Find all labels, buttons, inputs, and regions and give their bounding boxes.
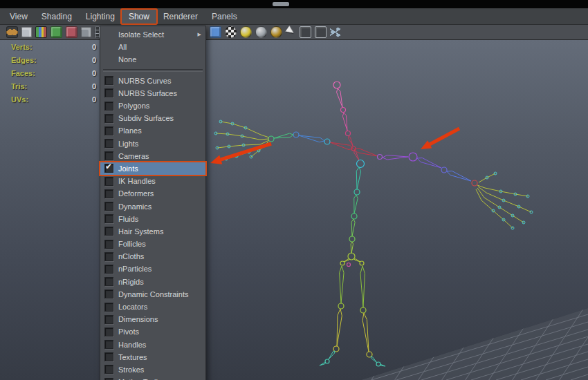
menu-item-nrigids[interactable]: ✔ nRigids ▶ [100,276,205,288]
menu-lighting[interactable]: Lighting [79,10,122,23]
checkbox: ✔ [104,126,113,135]
hud-stat-label: UVs: [11,95,28,108]
checkbox: ✔ [104,277,113,286]
heads-up-display: Verts: 0 Edges: 0 Faces: 0 Tris: 0 [11,43,96,108]
textured-mode-icon[interactable] [270,26,282,38]
bookmarks-icon[interactable] [6,26,18,38]
hud-stat-value: 0 [92,69,96,82]
checkbox: ✔ [104,202,113,211]
image-plane-icon[interactable] [21,27,32,37]
checkbox: ✔ [104,214,113,223]
hud-stat-label: Verts: [11,43,33,56]
item-tris: Tris: 0 [11,82,96,95]
wireframe-on-shaded-icon[interactable] [210,26,221,38]
menu-item-nurbs-surfaces[interactable]: ✔ NURBS Surfaces ▶ [100,87,205,99]
checkbox: ✔ [104,227,113,236]
maya-window: View Shading Lighting Show Renderer Pane… [0,0,588,380]
menu-item-all[interactable]: ✔ All ▶ [100,41,205,53]
object-mode-icon[interactable] [300,26,311,38]
film-gate-icon[interactable] [81,27,91,37]
menu-item-nurbs-curves[interactable]: ✔ NURBS Curves ▶ [100,75,205,87]
menu-show[interactable]: Show [122,10,156,23]
menu-item-planes[interactable]: ✔ Planes ▶ [100,124,205,137]
pane-divider-handle[interactable] [273,2,289,6]
checkbox: ✔ [104,177,113,186]
toolbar-right-group [208,25,342,39]
default-material-icon[interactable] [225,26,237,38]
checkbox: ✔ [104,340,113,349]
menu-item-ncloths[interactable]: ✔ nCloths ▶ [100,250,205,263]
panel-menubar: View Shading Lighting Show Renderer Pane… [0,8,588,25]
menu-item-isolate-select[interactable]: ✔ Isolate Select ▶ [100,28,205,41]
checkbox: ✔ [104,164,113,173]
smooth-shade-icon[interactable] [240,26,252,38]
menu-view[interactable]: View [3,10,35,23]
checkbox: ✔ [104,240,113,249]
component-mode-icon[interactable] [315,26,327,38]
checkbox: ✔ [104,303,113,312]
menu-item-dynamic-constraints[interactable]: ✔ Dynamic Constraints ▶ [100,288,205,301]
menu-item-pivots[interactable]: ✔ Pivots ▶ [100,325,205,338]
menu-item-strokes[interactable]: ✔ Strokes ▶ [100,363,205,376]
checkbox: ✔ [104,252,113,261]
checkbox: ✔ [104,289,113,298]
hud-stat-value: 0 [92,43,96,56]
menu-item-textures[interactable]: ✔ Textures ▶ [100,351,205,363]
checkbox: ✔ [104,139,113,148]
menu-item-polygons[interactable]: ✔ Polygons ▶ [100,99,205,112]
menu-item-follicles[interactable]: ✔ Follicles ▶ [100,238,205,250]
hud-stat-label: Faces: [11,69,35,82]
checkbox: ✔ [104,88,113,97]
menu-item-deformers[interactable]: ✔ Deformers ▶ [100,187,205,200]
toolbar-left-group [4,25,108,39]
arrow-to-shoulder-joint [421,129,459,149]
hud-stat-label: Tris: [11,82,27,95]
share-nodes-icon[interactable] [330,27,340,37]
checkbox: ✔ [104,365,113,374]
show-dropdown-menu: ✔ Isolate Select ▶ ✔ All ▶ ✔ None ▶ ✔ ▶ [100,26,206,380]
menu-renderer[interactable]: Renderer [156,10,205,23]
annotation-arrows [210,129,459,164]
select-tool-icon[interactable] [286,27,296,37]
checkbox: ✔ [104,352,113,361]
flat-shade-icon[interactable] [255,26,267,38]
checkbox: ✔ [104,76,113,85]
item-faces: Faces: 0 [11,69,96,82]
window-titlebar [0,0,588,8]
skeleton-joints [214,82,533,366]
menu-item-hair-systems[interactable]: ✔ Hair Systems ▶ [100,225,205,238]
menu-item-locators[interactable]: ✔ Locators ▶ [100,301,205,313]
checkbox: ✔ [104,102,113,111]
menu-item-dynamics[interactable]: ✔ Dynamics ▶ [100,200,205,212]
ground-grid-plane [361,304,588,380]
checkbox: ✔ [104,378,113,380]
menu-item-subdiv-surfaces[interactable]: ✔ Subdiv Surfaces ▶ [100,112,205,124]
item-uvs: UVs: 0 [11,95,96,108]
menu-shading[interactable]: Shading [35,10,79,23]
histogram-icon[interactable] [35,26,47,38]
menu-item-lights[interactable]: ✔ Lights ▶ [100,137,205,150]
checkbox: ✔ [104,327,113,336]
menu-item-nparticles[interactable]: ✔ nParticles ▶ [100,263,205,275]
menu-panels[interactable]: Panels [205,10,244,23]
checkmark-icon: ✔ [105,162,112,171]
checkbox: ✔ [104,114,113,123]
checkbox: ✔ [104,315,113,324]
panel-toolbar [0,25,588,40]
menu-item-dimensions[interactable]: ✔ Dimensions ▶ [100,313,205,325]
menu-separator: ✔ ▶ [103,69,203,72]
grid-display-icon[interactable] [50,26,62,38]
menu-item-none[interactable]: ✔ None ▶ [100,53,205,66]
menu-item-joints[interactable]: ✔ Joints ▶ [100,162,205,175]
menu-item-ik-handles[interactable]: ✔ IK Handles ▶ [100,175,205,187]
menu-item-handles[interactable]: ✔ Handles ▶ [100,339,205,351]
menu-item-fluids[interactable]: ✔ Fluids ▶ [100,213,205,225]
menu-item-motion-trails[interactable]: ✔ Motion Trails ▶ [100,376,205,380]
hud-stat-value: 0 [92,56,96,69]
camera-settings-icon[interactable] [66,26,77,38]
arrow-to-joints-menu-item [210,144,271,164]
viewport-3d[interactable]: Verts: 0 Edges: 0 Faces: 0 Tris: 0 [0,39,588,380]
menu-item-cameras[interactable]: ✔ Cameras ▶ [100,150,205,162]
hud-stat-value: 0 [92,95,96,108]
hud-stat-value: 0 [92,82,96,95]
